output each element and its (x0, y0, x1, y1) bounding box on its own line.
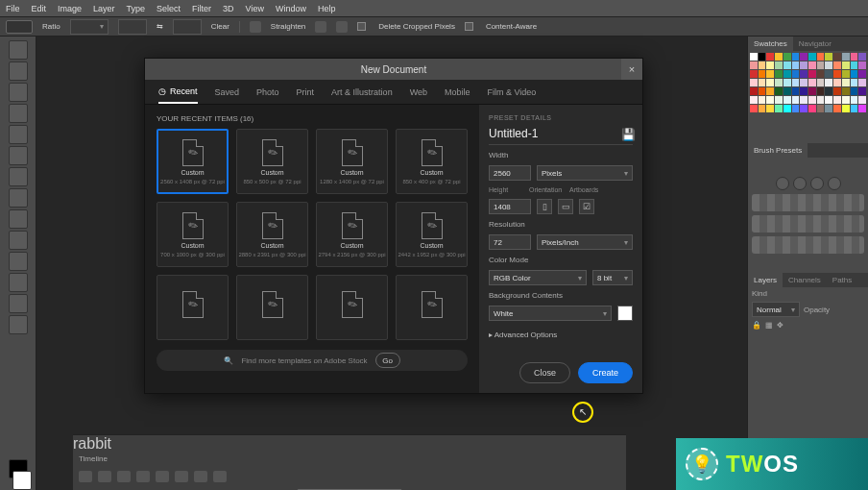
lock-icon[interactable]: 🔒 (752, 321, 761, 330)
swatch[interactable] (825, 53, 832, 61)
swatch[interactable] (784, 79, 791, 86)
resolution-input[interactable]: 72 (489, 234, 531, 250)
swatch[interactable] (775, 53, 783, 61)
ratio-height-input[interactable] (173, 19, 202, 35)
swatch[interactable] (833, 87, 841, 95)
swatch[interactable] (784, 87, 791, 95)
type-tool[interactable] (9, 252, 28, 271)
swatch[interactable] (750, 53, 758, 61)
tab-mobile[interactable]: Mobile (445, 82, 470, 103)
swatch[interactable] (750, 87, 758, 95)
swatch[interactable] (759, 87, 766, 95)
tab-film[interactable]: Film & Video (488, 82, 537, 103)
swatch[interactable] (759, 79, 766, 86)
bg-select[interactable]: White▾ (489, 306, 612, 321)
swatch[interactable] (775, 87, 783, 95)
timeline-play[interactable] (117, 471, 131, 482)
timeline-next-frame[interactable] (136, 471, 150, 482)
swatch[interactable] (784, 105, 791, 112)
marquee-tool[interactable] (9, 61, 28, 81)
swatch[interactable] (800, 96, 808, 104)
swatch[interactable] (817, 53, 825, 61)
tab-swatches[interactable]: Swatches (748, 37, 793, 51)
width-input[interactable]: 2560 (489, 165, 531, 181)
swatch[interactable] (817, 87, 825, 95)
colordepth-select[interactable]: 8 bit▾ (592, 270, 633, 285)
swatch[interactable] (775, 105, 783, 112)
tab-brush-presets[interactable]: Brush Presets (748, 143, 808, 158)
preset-card[interactable]: ✎Custom850 x 400 px @ 72 ppi (396, 129, 468, 194)
swatch[interactable] (833, 53, 841, 61)
timeline-loop[interactable] (175, 471, 188, 482)
height-input[interactable]: 1408 (489, 199, 531, 214)
swatch[interactable] (766, 53, 774, 61)
stamp-tool[interactable] (9, 167, 28, 186)
brush-stroke-preview-1[interactable] (752, 194, 864, 211)
swatch[interactable] (808, 105, 816, 112)
menu-edit[interactable]: Edit (32, 4, 47, 13)
swatch[interactable] (808, 53, 816, 61)
swatch[interactable] (800, 61, 808, 69)
hand-tool[interactable] (9, 294, 28, 313)
menu-file[interactable]: File (6, 4, 20, 13)
artboards-checkbox[interactable]: ☑ (579, 199, 594, 214)
ratio-width-input[interactable] (118, 19, 147, 35)
swatch[interactable] (825, 96, 832, 104)
swatch[interactable] (833, 79, 841, 86)
swatch[interactable] (842, 87, 850, 95)
swatch[interactable] (842, 61, 850, 69)
crop-tool[interactable] (9, 104, 28, 123)
preset-card[interactable]: ✎Custom2880 x 2391 px @ 300 ppi (236, 202, 308, 267)
preset-card[interactable]: ✎ (236, 275, 308, 340)
preset-card[interactable]: ✎Custom2560 x 1408 px @ 72 ppi (157, 129, 229, 194)
preset-card[interactable]: ✎Custom850 x 500 px @ 72 ppi (236, 129, 308, 194)
swatch[interactable] (833, 105, 841, 112)
swatch[interactable] (825, 87, 832, 95)
swatch[interactable] (851, 87, 858, 95)
brush-preset-3[interactable] (810, 177, 824, 190)
lock-pixels-icon[interactable]: ▦ (765, 321, 773, 330)
swatch[interactable] (825, 61, 832, 69)
swatch[interactable] (817, 96, 825, 104)
swatch[interactable] (842, 105, 850, 112)
swatch[interactable] (750, 96, 758, 104)
swatch[interactable] (851, 105, 858, 112)
tab-art[interactable]: Art & Illustration (331, 82, 393, 103)
swatch[interactable] (750, 70, 758, 78)
eyedropper-tool[interactable] (9, 125, 28, 144)
tab-photo[interactable]: Photo (256, 82, 279, 103)
swatch[interactable] (759, 53, 766, 61)
preset-card[interactable]: ✎ (396, 275, 468, 340)
brush-preset-4[interactable] (828, 177, 841, 190)
create-button[interactable]: Create (578, 362, 633, 383)
swatch[interactable] (792, 79, 800, 86)
preset-card[interactable]: ✎Custom1280 x 1400 px @ 72 ppi (316, 129, 388, 194)
menu-filter[interactable]: Filter (192, 4, 211, 13)
swatch[interactable] (842, 79, 850, 86)
swatch[interactable] (817, 70, 825, 78)
resolution-unit-select[interactable]: Pixels/Inch▾ (537, 234, 633, 250)
swatch[interactable] (842, 96, 850, 104)
swatch[interactable] (825, 70, 832, 78)
swatch[interactable] (817, 105, 825, 112)
swatch[interactable] (766, 70, 774, 78)
width-unit-select[interactable]: Pixels▾ (537, 165, 633, 181)
swatch[interactable] (766, 87, 774, 95)
orientation-portrait[interactable]: ▯ (537, 199, 552, 214)
swatch[interactable] (766, 61, 774, 69)
menu-layer[interactable]: Layer (93, 4, 115, 13)
eraser-tool[interactable] (9, 188, 28, 208)
document-name-input[interactable]: Untitled-1 (489, 127, 538, 140)
swatch[interactable] (775, 79, 783, 86)
swatch[interactable] (759, 61, 766, 69)
brush-preset-1[interactable] (776, 177, 789, 190)
overlay-icon[interactable] (315, 21, 326, 33)
swatch[interactable] (766, 96, 774, 104)
menu-view[interactable]: View (246, 4, 264, 13)
swatch[interactable] (808, 87, 816, 95)
bg-color-swatch[interactable] (617, 306, 633, 321)
tab-saved[interactable]: Saved (215, 82, 240, 103)
menu-image[interactable]: Image (58, 4, 82, 13)
swatch[interactable] (792, 70, 800, 78)
tab-channels[interactable]: Channels (783, 273, 827, 287)
